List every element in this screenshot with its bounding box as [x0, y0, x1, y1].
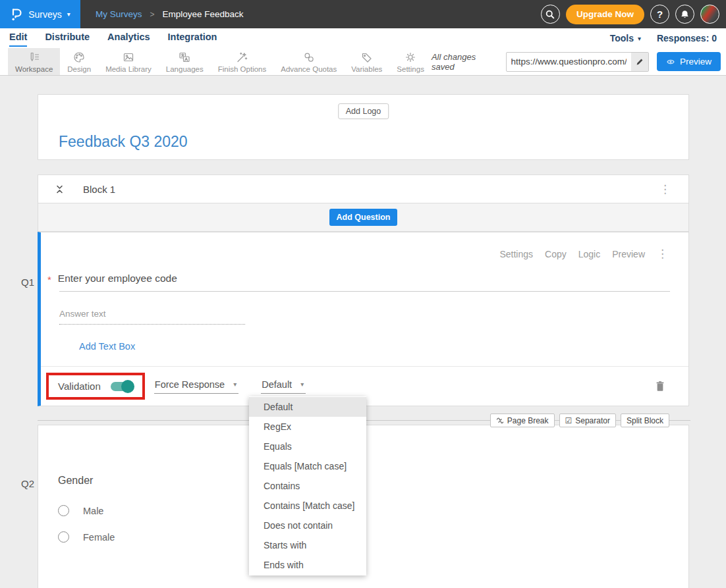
chevron-down-icon: ▾: [233, 381, 237, 388]
collapse-block-icon[interactable]: [55, 184, 64, 195]
translate-icon: [178, 51, 191, 64]
toolbar-item-media-library[interactable]: Media Library: [98, 48, 159, 75]
breadcrumb-current: Employee Feedback: [163, 9, 244, 19]
validation-label: Validation: [58, 381, 101, 392]
answer-text-field[interactable]: Answer text: [59, 309, 245, 325]
question-actions: Settings Copy Logic Preview ⋮: [499, 248, 669, 259]
menu-item-contains[interactable]: Contains: [249, 476, 366, 496]
menu-item-equals[interactable]: Equals: [249, 437, 366, 456]
toolbar-item-settings[interactable]: Settings: [389, 48, 432, 75]
toolbar-item-design[interactable]: Design: [60, 48, 98, 75]
product-switcher[interactable]: Surveys ▾: [0, 0, 80, 28]
separator-button[interactable]: ☑ Separator: [559, 414, 616, 427]
breadcrumb: My Surveys > Employee Feedback: [96, 9, 244, 19]
toolbar-item-variables[interactable]: Variables: [344, 48, 389, 75]
tab-edit[interactable]: Edit: [9, 30, 27, 47]
split-block-button[interactable]: Split Block: [621, 414, 669, 427]
radio-button[interactable]: [58, 531, 69, 543]
question-text[interactable]: Enter your employee code: [58, 273, 177, 285]
edit-url-button[interactable]: [631, 53, 648, 71]
pencil-icon: [636, 58, 644, 66]
chevron-down-icon: ▾: [300, 381, 304, 388]
delete-question-button[interactable]: [656, 381, 665, 392]
tools-dropdown[interactable]: Tools ▾: [610, 33, 641, 43]
search-button[interactable]: [541, 5, 560, 24]
preview-button[interactable]: Preview: [657, 52, 721, 71]
questionpro-logo: [10, 7, 23, 22]
validation-toggle[interactable]: [111, 382, 133, 391]
survey-url-input[interactable]: [507, 57, 631, 67]
menu-item-does-not-contain[interactable]: Does not contain: [249, 516, 366, 535]
toggle-knob: [121, 380, 134, 393]
option-label: Female: [83, 532, 115, 543]
page-break-button[interactable]: Page Break: [490, 414, 555, 427]
question-number-q1: Q1: [21, 277, 34, 288]
menu-item-ends-with[interactable]: Ends with: [249, 555, 366, 575]
question-menu-kebab-icon[interactable]: ⋮: [657, 248, 669, 259]
question-settings-link[interactable]: Settings: [499, 249, 533, 259]
tabbar-right: Tools ▾ Responses: 0: [610, 33, 717, 43]
question-logic-link[interactable]: Logic: [578, 249, 600, 259]
add-logo-button[interactable]: Add Logo: [338, 103, 389, 119]
menu-item-regex[interactable]: RegEx: [249, 417, 366, 437]
option-label: Male: [83, 506, 103, 516]
survey-url-box: [506, 52, 649, 72]
search-icon: [545, 9, 555, 20]
menu-item-contains-match-case[interactable]: Contains [Match case]: [249, 496, 366, 516]
block-title: Block 1: [83, 184, 115, 195]
breadcrumb-my-surveys[interactable]: My Surveys: [96, 9, 142, 19]
breadcrumb-separator: >: [150, 10, 155, 19]
toolbar-item-finish-options[interactable]: Finish Options: [211, 48, 274, 75]
notifications-button[interactable]: [675, 5, 694, 24]
gear-icon: [404, 51, 417, 64]
workspace-icon: [28, 51, 41, 64]
page-break-icon: [496, 417, 504, 424]
survey-title[interactable]: Feedback Q3 2020: [59, 133, 188, 151]
palette-icon: [72, 51, 86, 64]
add-question-button[interactable]: Add Question: [329, 209, 398, 226]
question-number-q2: Q2: [21, 478, 34, 489]
menu-item-equals-match-case[interactable]: Equals [Match case]: [249, 456, 366, 476]
toolbar-item-advance-quotas[interactable]: Advance Quotas: [273, 48, 344, 75]
menu-item-starts-with[interactable]: Starts with: [249, 535, 366, 555]
questionpro-survey-editor: Surveys ▾ My Surveys > Employee Feedback…: [0, 0, 726, 588]
force-response-select[interactable]: Force Response ▾: [154, 379, 238, 394]
tab-distribute[interactable]: Distribute: [45, 30, 90, 47]
required-asterisk: *: [47, 273, 51, 285]
question-mark-icon: ?: [657, 9, 663, 20]
question-copy-link[interactable]: Copy: [545, 249, 567, 259]
block-header: Block 1 ⋮: [38, 174, 689, 203]
tab-analytics[interactable]: Analytics: [107, 30, 150, 47]
toolbar-item-workspace[interactable]: Workspace: [8, 48, 60, 75]
toolbar-item-languages[interactable]: Languages: [159, 48, 211, 75]
menu-item-default[interactable]: Default: [249, 397, 366, 417]
top-navbar: Surveys ▾ My Surveys > Employee Feedback…: [0, 0, 726, 28]
radio-button[interactable]: [58, 505, 69, 516]
question-text[interactable]: Gender: [58, 475, 93, 487]
question-text-underline: [59, 291, 670, 292]
avatar[interactable]: [700, 5, 719, 24]
tab-integration[interactable]: Integration: [168, 30, 217, 47]
topbar-actions: Upgrade Now ?: [541, 5, 726, 24]
answer-option-male: Male: [58, 505, 103, 516]
section-tabs: Edit Distribute Analytics Integration To…: [0, 28, 726, 48]
question-preview-link[interactable]: Preview: [612, 249, 645, 259]
question-card-q1: Settings Copy Logic Preview ⋮ * Enter yo…: [38, 232, 689, 406]
bell-icon: [680, 9, 690, 20]
add-text-box-link[interactable]: Add Text Box: [79, 341, 135, 352]
help-button[interactable]: ?: [650, 5, 669, 24]
tag-icon: [360, 51, 374, 64]
trash-icon: [656, 381, 665, 392]
chevron-down-icon: ▾: [638, 35, 641, 42]
add-question-row: Add Question: [38, 203, 689, 232]
block-menu-kebab-icon[interactable]: ⋮: [659, 184, 671, 195]
chevron-down-icon: ▾: [67, 11, 70, 18]
validation-type-select[interactable]: Default ▾: [261, 379, 306, 394]
image-icon: [122, 51, 135, 64]
survey-header-card: Add Logo Feedback Q3 2020: [38, 94, 689, 160]
save-status: All changes saved: [432, 52, 498, 72]
chain-links-icon: [302, 51, 316, 64]
answer-option-female: Female: [58, 531, 115, 543]
upgrade-now-button[interactable]: Upgrade Now: [566, 5, 644, 24]
annotation-highlight-rectangle: Validation: [46, 373, 145, 400]
